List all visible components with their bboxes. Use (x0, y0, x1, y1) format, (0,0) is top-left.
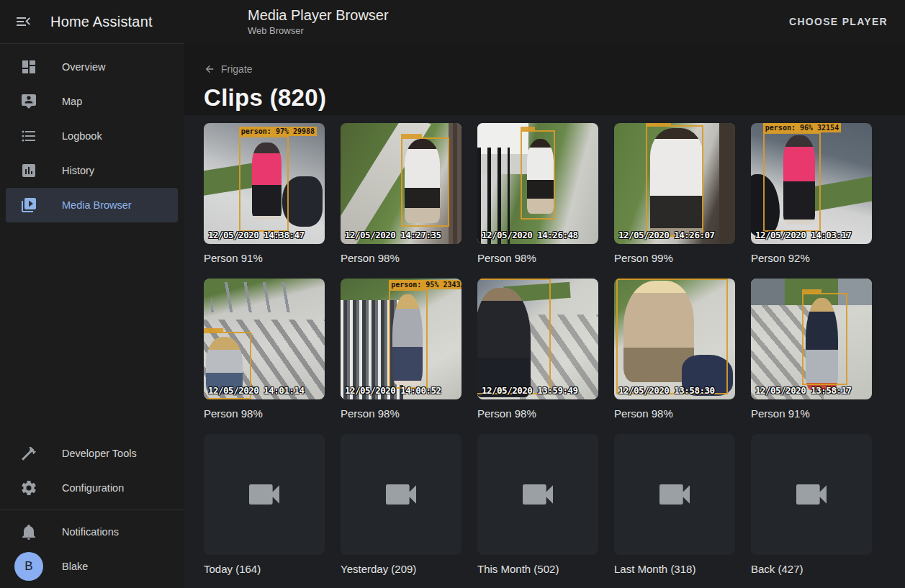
play-box-multiple-icon (20, 196, 37, 214)
sidebar-item-label: Logbook (62, 130, 102, 142)
timestamp-overlay: 12/05/2020 14:26:07 (618, 230, 715, 240)
folder-thumbnail (751, 434, 872, 555)
folder-card-today[interactable]: Today (164) (204, 434, 325, 575)
clip-card[interactable]: 12/05/2020 14:27:35 Person 98% (341, 123, 461, 264)
sidebar-item-notifications[interactable]: Notifications (6, 515, 178, 549)
sidebar-item-label: Configuration (62, 482, 124, 494)
gear-icon (20, 479, 37, 497)
clip-thumbnail: 12/05/2020 13:59:49 (477, 279, 598, 399)
sidebar-item-media-browser[interactable]: Media Browser (6, 188, 178, 222)
clip-card[interactable]: 12/05/2020 13:58:30 Person 98% (614, 279, 735, 420)
page-subtitle: Web Browser (248, 25, 389, 36)
video-camera-icon (381, 474, 421, 515)
clip-thumbnail: person: 95% 23432 12/05/2020 14:00:52 (341, 279, 461, 399)
content-header: Frigate Clips (820) (184, 43, 905, 115)
sidebar-item-label: Map (62, 96, 82, 107)
clip-card[interactable]: 12/05/2020 13:58:17 Person 91% (751, 279, 872, 420)
timestamp-overlay: 12/05/2020 13:58:17 (755, 385, 852, 396)
clip-card[interactable]: 12/05/2020 14:26:48 Person 98% (477, 123, 598, 264)
detection-label: person: 95% 23432 (389, 280, 461, 289)
porch-shape (719, 123, 735, 244)
clip-thumbnail: 12/05/2020 13:58:30 (614, 279, 735, 399)
timestamp-overlay: 12/05/2020 14:01:14 (208, 385, 305, 396)
video-camera-icon (654, 474, 695, 515)
clip-card[interactable]: person: 95% 23432 12/05/2020 14:00:52 Pe… (341, 279, 461, 420)
sidebar-item-label: Notifications (62, 526, 119, 538)
page-title: Media Player Browser (248, 7, 389, 24)
clip-caption: Person 92% (751, 252, 872, 264)
arrow-left-icon (204, 63, 215, 75)
timestamp-overlay: 12/05/2020 14:27:35 (345, 230, 441, 240)
detection-label: person: 97% 29988 (239, 127, 317, 136)
topbar-main: Media Player Browser Web Browser CHOOSE … (184, 0, 905, 43)
folder-label: Back (427) (751, 563, 872, 575)
clips-grid: person: 97% 29988 12/05/2020 14:38:47 Pe… (204, 123, 886, 575)
top-bar: Home Assistant Media Player Browser Web … (0, 0, 905, 43)
video-camera-icon (518, 474, 558, 515)
sidebar-item-label: Overview (62, 61, 105, 73)
detection-box (802, 293, 848, 385)
sidebar-item-label: Developer Tools (62, 448, 137, 459)
hammer-icon (20, 445, 37, 462)
page-title-block: Media Player Browser Web Browser (248, 7, 389, 36)
breadcrumb-label: Frigate (221, 63, 253, 75)
dashboard-icon (20, 58, 37, 76)
list-bulleted-icon (20, 127, 37, 145)
folder-card-back[interactable]: Back (427) (751, 434, 872, 575)
detection-box: person: 96% 32154 (763, 132, 821, 232)
avatar: B (14, 552, 43, 581)
clip-card[interactable]: 12/05/2020 13:59:49 Person 98% (477, 279, 598, 420)
sidebar-top: Overview Map Logbook History Media Brows… (0, 50, 184, 222)
clips-grid-area: person: 97% 29988 12/05/2020 14:38:47 Pe… (184, 115, 905, 588)
sidebar-item-overview[interactable]: Overview (6, 50, 178, 84)
sidebar-item-developer-tools[interactable]: Developer Tools (6, 436, 178, 471)
clip-card[interactable]: 12/05/2020 14:26:07 Person 99% (614, 123, 735, 264)
detection-box (616, 279, 728, 394)
clip-card[interactable]: person: 97% 29988 12/05/2020 14:38:47 Pe… (204, 123, 325, 264)
clip-caption: Person 98% (477, 252, 598, 264)
clip-thumbnail: 12/05/2020 14:26:48 (477, 123, 598, 244)
clip-caption: Person 98% (341, 407, 461, 420)
video-camera-icon (244, 474, 284, 515)
sidebar-item-logbook[interactable]: Logbook (6, 119, 178, 153)
detection-box (401, 137, 449, 227)
detection-box (646, 125, 704, 237)
sidebar-item-history[interactable]: History (6, 153, 178, 188)
folder-card-last-month[interactable]: Last Month (318) (614, 434, 735, 575)
clip-thumbnail: 12/05/2020 14:01:14 (204, 279, 325, 399)
folder-thumbnail (614, 434, 735, 555)
detection-box: person: 97% 29988 (239, 136, 289, 232)
clip-card[interactable]: person: 96% 32154 12/05/2020 14:03:17 Pe… (751, 123, 872, 264)
breadcrumb-back-frigate[interactable]: Frigate (204, 63, 253, 75)
folder-thumbnail (477, 434, 598, 555)
video-camera-icon (791, 474, 832, 515)
clip-caption: Person 98% (614, 407, 735, 420)
sidebar: Overview Map Logbook History Media Brows… (0, 43, 184, 588)
clip-card[interactable]: 12/05/2020 14:01:14 Person 98% (204, 279, 325, 420)
folder-label: Today (164) (204, 563, 325, 575)
media-browser-content: Frigate Clips (820) person: 97% 29988 12… (184, 43, 905, 588)
sidebar-item-label: Media Browser (62, 199, 132, 211)
sidebar-item-user[interactable]: B Blake (6, 549, 178, 584)
timestamp-overlay: 12/05/2020 14:00:52 (345, 385, 441, 396)
choose-player-button[interactable]: CHOOSE PLAYER (783, 10, 893, 33)
detection-label: person: 96% 32154 (763, 123, 841, 132)
clip-thumbnail: 12/05/2020 14:27:35 (341, 123, 461, 244)
sidebar-bottom: Developer Tools Configuration Notificati… (0, 436, 184, 584)
folder-card-yesterday[interactable]: Yesterday (209) (341, 434, 461, 575)
clip-thumbnail: 12/05/2020 14:26:07 (614, 123, 735, 244)
clip-caption: Person 91% (204, 252, 325, 264)
timestamp-overlay: 12/05/2020 14:26:48 (482, 230, 578, 240)
sidebar-item-configuration[interactable]: Configuration (6, 471, 178, 505)
folder-card-this-month[interactable]: This Month (502) (477, 434, 598, 575)
sidebar-item-map[interactable]: Map (6, 84, 178, 119)
map-person-icon (20, 93, 37, 110)
folder-label: Yesterday (209) (341, 563, 461, 575)
timestamp-overlay: 12/05/2020 13:58:30 (618, 385, 715, 396)
clip-thumbnail: 12/05/2020 13:58:17 (751, 279, 872, 399)
menu-open-icon[interactable] (13, 12, 33, 32)
clip-thumbnail: person: 96% 32154 12/05/2020 14:03:17 (751, 123, 872, 244)
folder-thumbnail (204, 434, 325, 555)
detection-box: person: 95% 23432 (389, 289, 428, 389)
sidebar-item-label: History (62, 165, 94, 176)
